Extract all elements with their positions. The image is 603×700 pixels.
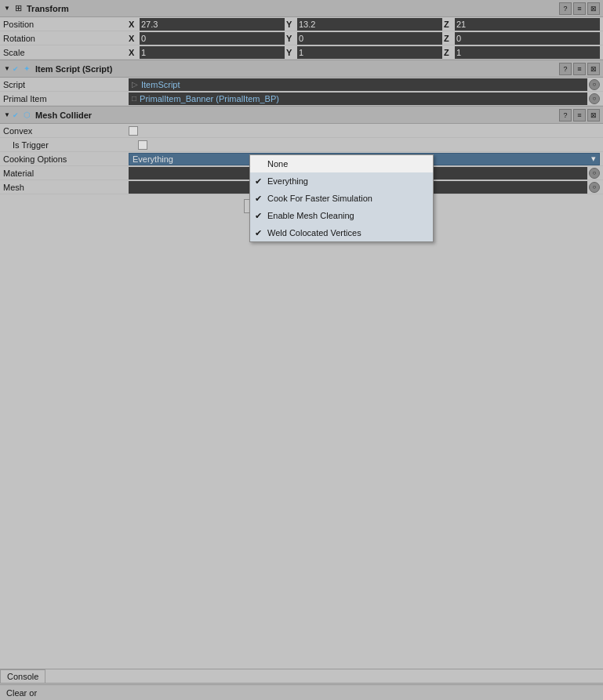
- position-z-label: Z: [444, 20, 453, 29]
- rotation-x-item: X: [129, 32, 285, 45]
- mesh-collider-more-btn[interactable]: ⊠: [587, 109, 600, 122]
- console-tab[interactable]: Console: [0, 669, 45, 684]
- rotation-x-input[interactable]: [140, 32, 285, 45]
- is-trigger-row: Is Trigger: [0, 138, 603, 152]
- mesh-collider-fold-arrow[interactable]: ▼: [3, 111, 11, 119]
- dropdown-item-enable-mesh-cleaning-label: Enable Mesh Cleaning: [267, 211, 428, 220]
- rotation-xyz: X Y Z: [129, 32, 600, 45]
- scale-z-label: Z: [444, 48, 453, 57]
- scale-y-input[interactable]: [297, 46, 442, 59]
- convex-label: Convex: [3, 126, 129, 136]
- item-script-arrow-icon: ▷: [132, 80, 138, 89]
- item-script-info-btn[interactable]: ?: [559, 63, 572, 75]
- scale-x-input[interactable]: [140, 46, 285, 59]
- scale-y-item: Y: [286, 46, 442, 59]
- material-circle-btn[interactable]: ○: [589, 168, 600, 179]
- mesh-collider-checkbox-icon: ✔: [13, 111, 19, 119]
- material-label: Material: [3, 169, 129, 178]
- script-value-text: ItemScript: [141, 80, 180, 89]
- dropdown-item-everything[interactable]: ✔ Everything: [250, 172, 433, 190]
- mesh-label: Mesh: [3, 183, 129, 192]
- mesh-collider-info-btn[interactable]: ?: [559, 109, 572, 122]
- position-x-input[interactable]: [140, 18, 285, 31]
- item-script-header: ▼ ✔ ✦ Item Script (Script) ? ≡ ⊠: [0, 60, 603, 78]
- dropdown-item-none[interactable]: None: [250, 155, 433, 172]
- mesh-collider-header: ▼ ✔ ⬡ Mesh Collider ? ≡ ⊠: [0, 107, 603, 124]
- item-script-header-buttons: ? ≡ ⊠: [559, 63, 600, 75]
- rotation-z-label: Z: [444, 34, 453, 43]
- clear-or-text: Clear or: [6, 688, 37, 698]
- transform-more-btn[interactable]: ⊠: [587, 2, 600, 15]
- rotation-y-input[interactable]: [297, 32, 442, 45]
- primal-item-label: Primal Item: [3, 94, 129, 103]
- rotation-y-label: Y: [286, 34, 296, 43]
- transform-info-btn[interactable]: ?: [559, 2, 572, 15]
- transform-settings-btn[interactable]: ≡: [573, 2, 586, 15]
- item-script-fold-arrow[interactable]: ▼: [3, 65, 11, 73]
- primal-item-value-text: PrimalItem_Banner (PrimalItem_BP): [140, 94, 279, 103]
- item-script-section: ▼ ✔ ✦ Item Script (Script) ? ≡ ⊠ Script …: [0, 60, 603, 107]
- primal-item-icon: □: [132, 94, 136, 103]
- item-script-title: Item Script (Script): [35, 64, 559, 74]
- convex-row: Convex: [0, 124, 603, 138]
- rotation-row: Rotation X Y Z: [0, 31, 603, 45]
- transform-section: ▼ ⊞ Transform ? ≡ ⊠ Position X Y: [0, 0, 603, 60]
- dropdown-item-enable-mesh-cleaning[interactable]: ✔ Enable Mesh Cleaning: [250, 207, 433, 224]
- console-tab-area: Console: [0, 669, 45, 684]
- position-y-label: Y: [286, 20, 296, 29]
- scale-xyz: X Y Z: [129, 46, 600, 59]
- item-script-more-btn[interactable]: ⊠: [587, 63, 600, 75]
- transform-fold-arrow[interactable]: ▼: [3, 5, 11, 13]
- position-row: Position X Y Z: [0, 17, 603, 31]
- position-label: Position: [3, 20, 129, 29]
- mesh-collider-icon: ⬡: [21, 110, 32, 121]
- rotation-y-item: Y: [286, 32, 442, 45]
- dropdown-item-weld-vertices-label: Weld Colocated Vertices: [267, 228, 428, 238]
- mesh-circle-btn[interactable]: ○: [589, 182, 600, 193]
- is-trigger-checkbox[interactable]: [138, 140, 147, 150]
- cooking-options-arrow-icon: ▾: [591, 154, 596, 164]
- primal-item-row: Primal Item □ PrimalItem_Banner (PrimalI…: [0, 92, 603, 106]
- is-trigger-label: Is Trigger: [13, 140, 138, 150]
- convex-checkbox[interactable]: [129, 126, 138, 136]
- cook-faster-check-icon: ✔: [255, 194, 267, 204]
- mesh-collider-header-buttons: ? ≡ ⊠: [559, 109, 600, 122]
- position-xyz: X Y Z: [129, 18, 600, 31]
- position-x-item: X: [129, 18, 285, 31]
- position-z-input[interactable]: [455, 18, 600, 31]
- mesh-collider-title: Mesh Collider: [35, 111, 559, 120]
- cooking-options-value: Everything: [133, 154, 173, 164]
- rotation-z-item: Z: [444, 32, 600, 45]
- rotation-x-label: X: [129, 34, 138, 43]
- position-y-input[interactable]: [297, 18, 442, 31]
- dropdown-item-cook-faster-label: Cook For Faster Simulation: [267, 194, 428, 203]
- item-script-settings-btn[interactable]: ≡: [573, 63, 586, 75]
- position-z-item: Z: [444, 18, 600, 31]
- scale-x-label: X: [129, 48, 138, 57]
- transform-title: Transform: [27, 4, 559, 13]
- scale-row: Scale X Y Z: [0, 45, 603, 60]
- transform-header: ▼ ⊞ Transform ? ≡ ⊠: [0, 0, 603, 17]
- enable-mesh-cleaning-check-icon: ✔: [255, 211, 267, 221]
- inspector-panel: ▼ ⊞ Transform ? ≡ ⊠ Position X Y: [0, 0, 603, 669]
- script-row: Script ▷ ItemScript ○: [0, 78, 603, 92]
- dropdown-item-weld-vertices[interactable]: ✔ Weld Colocated Vertices: [250, 224, 433, 241]
- cooking-options-dropdown: None ✔ Everything ✔ Cook For Faster Simu…: [249, 154, 434, 242]
- scale-x-item: X: [129, 46, 285, 59]
- script-label: Script: [3, 80, 129, 89]
- scale-z-input[interactable]: [455, 46, 600, 59]
- none-check-icon: [255, 159, 267, 169]
- status-bar: Clear or: [0, 684, 603, 700]
- mesh-collider-settings-btn[interactable]: ≡: [573, 109, 586, 122]
- scale-z-item: Z: [444, 46, 600, 59]
- scale-label: Scale: [3, 48, 129, 57]
- dropdown-item-none-label: None: [267, 159, 428, 169]
- primal-item-circle-btn[interactable]: ○: [589, 93, 600, 104]
- position-y-item: Y: [286, 18, 442, 31]
- scale-y-label: Y: [286, 48, 296, 57]
- rotation-label: Rotation: [3, 34, 129, 43]
- dropdown-item-cook-faster[interactable]: ✔ Cook For Faster Simulation: [250, 190, 433, 207]
- script-circle-btn[interactable]: ○: [589, 79, 600, 90]
- transform-icon: ⊞: [13, 3, 24, 14]
- rotation-z-input[interactable]: [455, 32, 600, 45]
